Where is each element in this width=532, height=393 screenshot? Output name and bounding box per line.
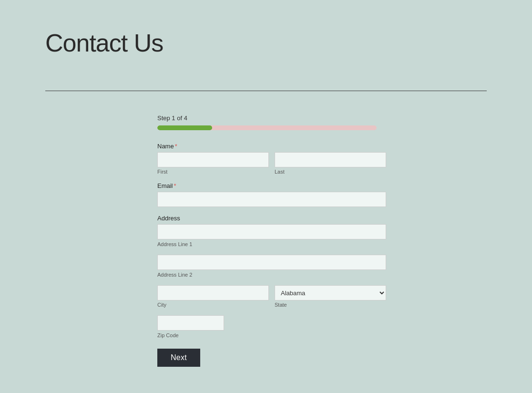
state-wrapper: Alabama Alaska Arizona Arkansas Californ… bbox=[275, 285, 386, 308]
last-name-sub-label: Last bbox=[275, 169, 386, 175]
address-label: Address bbox=[157, 215, 386, 222]
last-name-input[interactable] bbox=[275, 152, 386, 167]
page-wrapper: Contact Us Step 1 of 4 Name* First Last bbox=[0, 0, 532, 393]
address-line2-input[interactable] bbox=[157, 255, 386, 270]
city-input[interactable] bbox=[157, 285, 269, 300]
address-line2-sub-label: Address Line 2 bbox=[157, 272, 192, 278]
form-container: Step 1 of 4 Name* First Last bbox=[157, 114, 386, 367]
first-name-sub-label: First bbox=[157, 169, 269, 175]
last-name-wrapper: Last bbox=[275, 152, 386, 175]
email-input[interactable] bbox=[157, 192, 386, 207]
zip-input[interactable] bbox=[157, 315, 224, 331]
email-label: Email* bbox=[157, 182, 386, 189]
progress-bar-fill bbox=[157, 125, 212, 130]
name-required-star: * bbox=[175, 143, 177, 150]
name-field-group: Name* First Last bbox=[157, 143, 386, 175]
city-sub-label: City bbox=[157, 302, 269, 308]
divider bbox=[45, 91, 487, 91]
address-field-group: Address Address Line 1 Address Line 2 Ci… bbox=[157, 215, 386, 339]
state-select[interactable]: Alabama Alaska Arizona Arkansas Californ… bbox=[275, 285, 386, 300]
zip-wrapper: Zip Code bbox=[157, 315, 224, 339]
next-button[interactable]: Next bbox=[157, 349, 200, 367]
email-required-star: * bbox=[174, 182, 176, 189]
step-label: Step 1 of 4 bbox=[157, 114, 386, 122]
city-state-row: City Alabama Alaska Arizona Arkansas Cal… bbox=[157, 285, 386, 308]
state-sub-label: State bbox=[275, 302, 386, 308]
email-field-group: Email* bbox=[157, 182, 386, 207]
first-name-wrapper: First bbox=[157, 152, 269, 175]
address-line2-wrapper: Address Line 2 bbox=[157, 255, 386, 279]
name-label: Name* bbox=[157, 143, 386, 150]
zip-sub-label: Zip Code bbox=[157, 332, 179, 338]
name-row: First Last bbox=[157, 152, 386, 175]
address-line1-sub-label: Address Line 1 bbox=[157, 241, 192, 247]
progress-bar-container bbox=[157, 125, 377, 130]
address-line1-input[interactable] bbox=[157, 224, 386, 239]
page-title: Contact Us bbox=[45, 29, 163, 57]
first-name-input[interactable] bbox=[157, 152, 269, 167]
address-line1-wrapper: Address Line 1 bbox=[157, 224, 386, 248]
city-wrapper: City bbox=[157, 285, 269, 308]
